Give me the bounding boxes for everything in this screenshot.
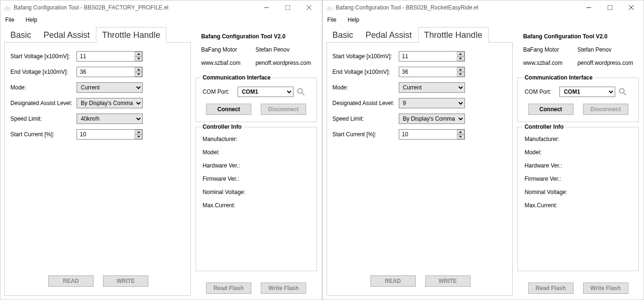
maximize-button[interactable]	[277, 1, 299, 14]
mode-select[interactable]: Current	[399, 82, 465, 93]
speed-limit-select[interactable]: By Display's Command	[399, 114, 465, 124]
com-port-label: COM Port:	[524, 88, 556, 95]
ci-legend: Controller Info	[201, 124, 244, 130]
window-title: Bafang Configuration Tool - BBS02B_FACTO…	[14, 4, 256, 11]
tab-basic[interactable]: Basic	[326, 27, 360, 43]
close-button[interactable]	[299, 1, 320, 14]
spin-up-icon[interactable]	[457, 130, 464, 134]
app-version-title: Bafang Configuration Tool V2.0	[201, 33, 311, 40]
connect-button[interactable]: Connect	[528, 104, 574, 115]
titlebar[interactable]: Bafang Configuration Tool - BBS02B_FACTO…	[0, 0, 322, 15]
dal-label: Designated Assist Level:	[333, 100, 397, 106]
write-flash-button[interactable]: Write Flash	[261, 282, 306, 294]
tab-panel: Start Voltage [x100mV]: End Voltage [x10…	[326, 42, 513, 296]
spin-down-icon[interactable]	[135, 56, 142, 61]
write-button[interactable]: WRITE	[103, 275, 148, 287]
dal-select[interactable]: By Display's Command	[77, 98, 143, 108]
menu-help[interactable]: Help	[23, 16, 40, 24]
start-voltage-input[interactable]	[77, 51, 143, 62]
read-button[interactable]: READ	[370, 275, 416, 287]
speed-limit-select[interactable]: 40km/h	[77, 114, 143, 124]
svg-rect-11	[608, 5, 612, 10]
tab-basic[interactable]: Basic	[4, 27, 37, 43]
start-current-label: Start Current [%]:	[333, 131, 397, 138]
spin-up-icon[interactable]	[135, 52, 142, 56]
start-current-label: Start Current [%]:	[10, 131, 75, 138]
ci-hardware: Hardware Ver.:	[524, 162, 632, 169]
read-button[interactable]: READ	[48, 275, 94, 287]
end-voltage-label: End Voltage [x100mV]:	[10, 69, 75, 75]
mode-select[interactable]: Current	[77, 82, 143, 93]
tab-throttle-handle[interactable]: Throttle Handle	[96, 27, 166, 43]
start-voltage-label: Start Voltage [x100mV]:	[10, 53, 75, 60]
speed-limit-label: Speed Limit:	[10, 115, 75, 122]
svg-line-15	[624, 93, 626, 95]
start-voltage-label: Start Voltage [x100mV]:	[333, 53, 397, 60]
app-version-title: Bafang Configuration Tool V2.0	[523, 33, 633, 40]
end-voltage-label: End Voltage [x100mV]:	[333, 69, 397, 75]
app-icon	[3, 4, 11, 11]
spin-down-icon[interactable]	[457, 72, 464, 77]
ci-firmware: Firmware Ver.:	[203, 176, 310, 182]
tab-panel: Start Voltage [x100mV]: End Voltage [x10…	[4, 42, 191, 296]
read-flash-button[interactable]: Read Flash	[206, 282, 251, 294]
menubar: File Help	[0, 15, 322, 25]
connect-button[interactable]: Connect	[206, 104, 251, 115]
disconnect-button[interactable]: Disconnect	[583, 104, 628, 115]
titlebar[interactable]: Bafang Configuration Tool - BBS02B_Rocke…	[323, 0, 644, 15]
tab-pedal-assist[interactable]: Pedal Assist	[360, 27, 418, 43]
tab-bar: Basic Pedal Assist Throttle Handle	[326, 26, 513, 42]
start-current-input[interactable]	[77, 129, 143, 140]
ci-nominal-voltage: Nominal Voltage:	[524, 189, 632, 195]
ci-hardware: Hardware Ver.:	[203, 162, 310, 169]
mode-label: Mode:	[333, 84, 397, 91]
disconnect-button[interactable]: Disconnect	[261, 104, 306, 115]
minimize-button[interactable]	[256, 1, 277, 14]
spin-down-icon[interactable]	[135, 72, 142, 77]
write-button[interactable]: WRITE	[425, 275, 471, 287]
ci-model: Model:	[203, 149, 310, 156]
ci-firmware: Firmware Ver.:	[524, 176, 632, 182]
dal-select[interactable]: 9	[399, 98, 465, 108]
spin-down-icon[interactable]	[135, 134, 142, 139]
com-port-select[interactable]: COM1	[559, 87, 615, 97]
penoff-link[interactable]: penoff.wordpress.com	[577, 60, 633, 66]
tab-pedal-assist[interactable]: Pedal Assist	[37, 27, 96, 43]
maximize-button[interactable]	[599, 1, 620, 14]
write-flash-button[interactable]: Write Flash	[583, 282, 628, 294]
search-icon[interactable]	[619, 88, 627, 96]
ci-nominal-voltage: Nominal Voltage:	[203, 189, 310, 195]
spin-down-icon[interactable]	[457, 134, 464, 139]
spin-up-icon[interactable]	[135, 130, 142, 134]
end-voltage-input[interactable]	[399, 67, 465, 77]
start-current-input[interactable]	[399, 129, 465, 140]
comm-group: Communication Interface COM Port: COM1 C…	[196, 78, 317, 122]
com-port-select[interactable]: COM1	[238, 87, 293, 97]
penoff-link[interactable]: penoff.wordpress.com	[256, 60, 311, 66]
author-label: Stefan Penov	[256, 46, 290, 53]
ci-manufacturer: Manufacturer:	[203, 136, 310, 142]
svg-rect-3	[285, 5, 290, 10]
end-voltage-input[interactable]	[77, 67, 143, 77]
svg-point-14	[619, 88, 624, 93]
spin-up-icon[interactable]	[457, 52, 464, 56]
search-icon[interactable]	[297, 88, 305, 96]
svg-point-6	[298, 88, 302, 93]
menu-help[interactable]: Help	[345, 16, 362, 24]
window-title: Bafang Configuration Tool - BBS02B_Rocke…	[336, 4, 578, 11]
tab-throttle-handle[interactable]: Throttle Handle	[418, 27, 489, 43]
spin-up-icon[interactable]	[457, 67, 464, 72]
szbaf-link[interactable]: www.szbaf.com	[201, 60, 256, 66]
szbaf-link[interactable]: www.szbaf.com	[523, 60, 577, 66]
minimize-button[interactable]	[578, 1, 599, 14]
spin-down-icon[interactable]	[457, 56, 464, 61]
close-button[interactable]	[620, 1, 642, 14]
start-voltage-input[interactable]	[399, 51, 465, 62]
menu-file[interactable]: File	[325, 16, 339, 24]
menu-file[interactable]: File	[2, 16, 17, 24]
read-flash-button[interactable]: Read Flash	[528, 282, 574, 294]
spin-up-icon[interactable]	[135, 67, 142, 72]
menubar: File Help	[323, 15, 644, 25]
mode-label: Mode:	[10, 84, 75, 91]
motor-label: BaFang Motor	[523, 46, 577, 53]
